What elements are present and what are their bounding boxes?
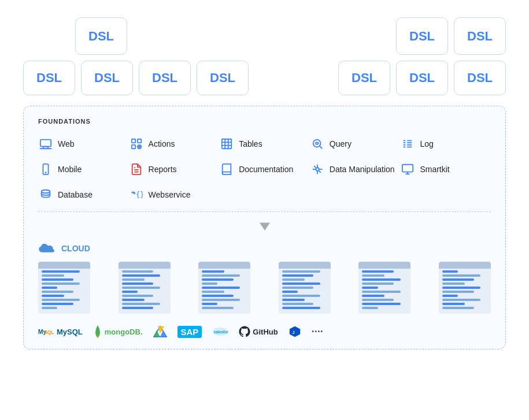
salesforce-icon: salesforce <box>212 326 228 337</box>
found-item-smartkit: Smartkit <box>400 159 491 179</box>
section-divider <box>38 211 491 212</box>
svg-rect-3 <box>131 145 135 148</box>
found-item-tables: Tables <box>219 134 310 154</box>
webservice-icon: {} <box>129 187 144 202</box>
dsl-row-bottom: DSL DSL DSL DSL DSL DSL DSL <box>23 61 506 95</box>
found-label-datamanip: Data Manipulation <box>330 165 395 174</box>
cloud-section: CLOUD <box>38 221 491 340</box>
found-item-datamanip: Data Manipulation <box>310 159 401 179</box>
mysql-label: MySQL <box>57 328 83 336</box>
dsl-row-bottom-left: DSL DSL DSL DSL <box>23 61 249 95</box>
dsl-box: DSL <box>197 61 249 95</box>
foundations-title: FOUNDATIONS <box>38 118 491 125</box>
found-label-documentation: Documentation <box>239 165 293 174</box>
github-label: GitHub <box>253 328 278 336</box>
dsl-row-top-right: DSL DSL <box>396 17 506 55</box>
svg-rect-32 <box>402 165 413 172</box>
found-label-database: Database <box>58 190 93 199</box>
mobile-icon <box>38 162 53 177</box>
svg-point-12 <box>313 140 320 147</box>
logo-mongodb: mongoDB. <box>93 325 143 338</box>
svg-marker-46 <box>290 326 300 337</box>
foundations-panel: FOUNDATIONS Web <box>23 106 506 350</box>
dsl-box: DSL <box>454 17 506 55</box>
grid-spacer <box>219 185 310 205</box>
laptop-icon <box>38 136 53 151</box>
mysql-icon: My SQL <box>38 326 54 337</box>
dsl-row-top-left: DSL <box>23 17 127 55</box>
dsl-box: DSL <box>139 61 191 95</box>
server-block <box>279 262 331 314</box>
logo-sap: SAP <box>177 326 202 338</box>
found-item-webservice: {} Webservice <box>129 185 220 205</box>
svg-rect-2 <box>137 139 140 143</box>
tables-icon <box>219 136 234 151</box>
logo-mysql: My SQL MySQL <box>38 326 83 337</box>
logo-jira: J <box>288 325 301 338</box>
dsl-area: DSL DSL DSL DSL DSL DSL DSL DSL DSL DSL <box>23 17 506 95</box>
svg-text:J: J <box>292 330 294 335</box>
docs-icon <box>219 162 234 177</box>
found-item-database: Database <box>38 185 129 205</box>
cloud-label: CLOUD <box>38 242 90 255</box>
logo-github: GitHub <box>239 326 278 337</box>
svg-line-30 <box>314 166 316 168</box>
grid-spacer <box>400 185 491 205</box>
svg-point-25 <box>316 168 319 171</box>
svg-text:SQL: SQL <box>44 329 54 335</box>
server-block <box>119 262 171 314</box>
mongodb-icon <box>93 325 102 338</box>
svg-line-31 <box>319 171 321 173</box>
found-item-query: Query <box>310 134 401 154</box>
server-block <box>358 262 410 314</box>
query-icon <box>310 136 325 151</box>
found-label-actions: Actions <box>149 139 175 148</box>
dsl-box: DSL <box>81 61 133 95</box>
logo-googledrive <box>153 326 167 337</box>
found-label-query: Query <box>330 139 352 148</box>
svg-text:{}: {} <box>136 190 143 198</box>
github-icon <box>239 326 250 337</box>
dsl-box: DSL <box>23 61 75 95</box>
server-block <box>198 262 250 314</box>
found-item-actions: Actions <box>129 134 220 154</box>
jira-icon: J <box>288 325 301 338</box>
googledrive-icon <box>153 326 167 337</box>
smartkit-icon <box>400 162 415 177</box>
found-item-reports: Reports <box>129 159 220 179</box>
svg-point-35 <box>42 190 50 194</box>
dsl-box: DSL <box>454 61 506 95</box>
svg-marker-42 <box>154 330 160 337</box>
dsl-row-top: DSL DSL DSL <box>23 17 506 55</box>
log-icon <box>400 136 415 151</box>
dsl-box: DSL <box>75 17 127 55</box>
found-label-web: Web <box>58 139 75 148</box>
found-label-tables: Tables <box>239 139 262 148</box>
logo-more: ···· <box>312 326 323 338</box>
datamanip-icon <box>310 162 325 177</box>
found-label-webservice: Webservice <box>149 190 191 199</box>
arrow-down <box>38 221 491 233</box>
dsl-box: DSL <box>396 61 448 95</box>
mongodb-label: mongoDB. <box>105 328 143 336</box>
svg-text:salesforce: salesforce <box>214 330 228 334</box>
sap-label: SAP <box>177 326 202 338</box>
cloud-text: CLOUD <box>61 244 90 253</box>
dsl-box: DSL <box>396 17 448 55</box>
servers-row <box>38 262 491 314</box>
found-label-log: Log <box>420 139 433 148</box>
logo-salesforce: salesforce <box>212 326 228 337</box>
found-item-documentation: Documentation <box>219 159 310 179</box>
dsl-box: DSL <box>338 61 390 95</box>
svg-rect-7 <box>222 139 232 149</box>
logos-row: My SQL MySQL mongoDB. <box>38 321 491 340</box>
grid-spacer <box>310 185 401 205</box>
database-icon <box>38 187 53 202</box>
foundations-grid: Web Actions <box>38 134 491 205</box>
reports-icon <box>129 162 144 177</box>
found-label-reports: Reports <box>149 165 177 174</box>
server-block <box>38 262 90 314</box>
svg-rect-0 <box>40 140 51 147</box>
found-label-smartkit: Smartkit <box>420 165 449 174</box>
svg-marker-37 <box>260 223 270 231</box>
